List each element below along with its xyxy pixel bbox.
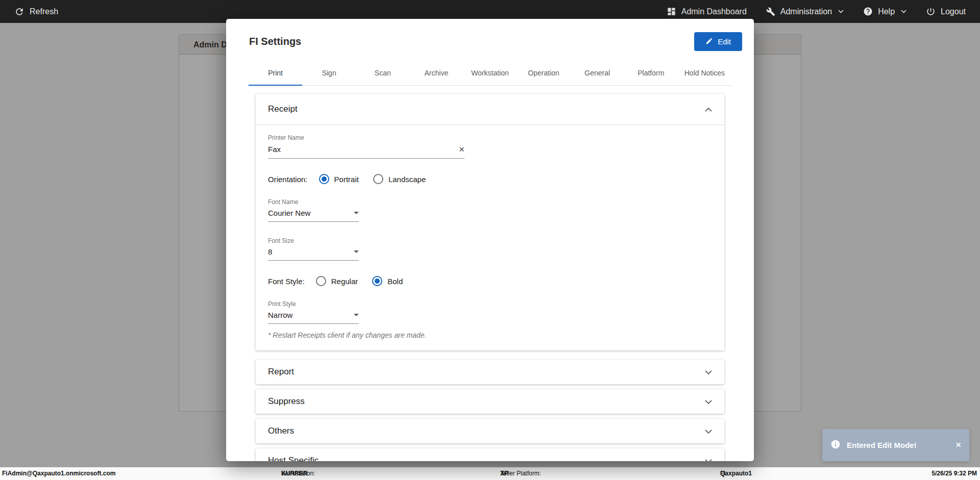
printer-name-group: Printer Name Fax ×: [268, 134, 712, 159]
topbar-left: Refresh: [14, 7, 58, 17]
tab-archive[interactable]: Archive: [409, 61, 463, 85]
administration-label: Administration: [780, 7, 832, 16]
radio-unselected-icon[interactable]: [373, 174, 383, 184]
tab-hold-notices[interactable]: Hold Notices: [678, 61, 731, 85]
host-specific-section: Host Specific: [256, 448, 724, 461]
font-style-regular-label: Regular: [331, 277, 358, 286]
help-label: Help: [878, 7, 895, 16]
receipt-restart-note: * Restart Receipts client if any changes…: [268, 331, 712, 339]
edit-button-label: Edit: [718, 37, 731, 46]
settings-tab-content: Receipt Printer Name Fax × Orientation:: [226, 86, 754, 461]
print-style-select[interactable]: Narrow: [268, 311, 359, 324]
radio-selected-icon[interactable]: [372, 276, 382, 286]
radio-selected-icon[interactable]: [319, 174, 329, 184]
orientation-landscape-option[interactable]: Landscape: [373, 174, 426, 184]
tab-platform[interactable]: Platform: [624, 61, 678, 85]
dropdown-caret-icon: [354, 250, 359, 253]
info-icon: [830, 439, 841, 451]
suppress-section-header[interactable]: Suppress: [256, 389, 724, 414]
help-icon: [863, 7, 873, 16]
suppress-section-title: Suppress: [268, 396, 305, 407]
printer-name-field[interactable]: Fax ×: [268, 144, 464, 159]
dialog-header: FI Settings Edit: [226, 19, 754, 61]
others-section-title: Others: [268, 426, 294, 436]
print-style-value: Narrow: [268, 311, 292, 319]
font-style-regular-option[interactable]: Regular: [316, 276, 358, 286]
font-size-select[interactable]: 8: [268, 247, 359, 261]
font-style-label: Font Style:: [268, 277, 305, 286]
edit-button[interactable]: Edit: [694, 32, 742, 51]
font-size-group: Font Size 8: [268, 237, 712, 261]
admin-dashboard-button[interactable]: Admin Dashboard: [667, 7, 747, 16]
chevron-down-icon: [705, 456, 712, 461]
refresh-button[interactable]: Refresh: [14, 7, 58, 17]
tab-operation[interactable]: Operation: [517, 61, 571, 85]
logout-label: Logout: [941, 7, 966, 16]
printer-name-label: Printer Name: [268, 134, 712, 141]
statusbar-datetime: 5/26/25 9:32 PM: [932, 467, 977, 480]
help-menu[interactable]: Help: [863, 7, 906, 16]
power-icon: [926, 7, 936, 16]
refresh-icon: [14, 7, 24, 17]
chevron-down-icon: [901, 10, 906, 13]
receipt-form: Printer Name Fax × Orientation: Portrait…: [256, 125, 724, 350]
orientation-landscape-label: Landscape: [388, 175, 426, 184]
settings-tab-bar: Print Sign Scan Archive Workstation Oper…: [249, 61, 731, 86]
suppress-section: Suppress: [256, 389, 724, 414]
print-style-label: Print Style: [268, 300, 712, 308]
tab-sign[interactable]: Sign: [302, 61, 356, 85]
chevron-down-icon: [705, 396, 712, 407]
report-section-title: Report: [268, 367, 294, 377]
font-name-select[interactable]: Courier New: [268, 209, 359, 222]
dropdown-caret-icon: [354, 212, 359, 214]
chevron-down-icon: [705, 426, 712, 436]
toast-message: Entered Edit Mode!: [847, 441, 949, 449]
orientation-portrait-option[interactable]: Portrait: [319, 174, 359, 184]
receipt-section: Receipt Printer Name Fax × Orientation:: [256, 94, 724, 350]
tab-scan[interactable]: Scan: [356, 61, 409, 85]
report-section-header[interactable]: Report: [256, 360, 724, 384]
admin-dashboard-label: Admin Dashboard: [681, 7, 747, 16]
chevron-down-icon: [705, 367, 712, 377]
print-style-group: Print Style Narrow: [268, 300, 712, 324]
others-section-header[interactable]: Others: [256, 419, 724, 443]
orientation-group: Orientation: Portrait Landscape: [268, 174, 712, 184]
logout-button[interactable]: Logout: [926, 7, 966, 16]
receipt-section-header[interactable]: Receipt: [256, 94, 724, 125]
host-specific-section-header[interactable]: Host Specific: [256, 448, 724, 461]
refresh-label: Refresh: [30, 7, 58, 16]
font-size-label: Font Size: [268, 237, 712, 244]
pencil-icon: [705, 37, 713, 46]
tab-general[interactable]: General: [571, 61, 624, 85]
chevron-down-icon: [838, 10, 844, 13]
dialog-title: FI Settings: [249, 36, 301, 47]
others-section: Others: [256, 419, 724, 443]
toast-close-icon[interactable]: ×: [955, 440, 961, 450]
tab-workstation[interactable]: Workstation: [463, 61, 517, 85]
font-size-value: 8: [268, 247, 272, 256]
topbar-right: Admin Dashboard Administration Help L: [667, 7, 966, 16]
font-style-bold-option[interactable]: Bold: [372, 276, 403, 286]
edit-mode-toast: Entered Edit Mode! ×: [822, 429, 969, 461]
radio-unselected-icon[interactable]: [316, 276, 326, 286]
clear-icon[interactable]: ×: [459, 144, 464, 154]
statusbar: FiAdmin@Qaxpauto1.onmicrosoft.com Workst…: [0, 467, 980, 480]
chevron-up-icon: [705, 104, 712, 114]
orientation-portrait-label: Portrait: [334, 175, 359, 184]
font-name-group: Font Name Courier New: [268, 198, 712, 222]
font-name-value: Courier New: [268, 209, 310, 217]
host-specific-section-title: Host Specific: [268, 456, 318, 461]
font-name-label: Font Name: [268, 198, 712, 206]
administration-menu[interactable]: Administration: [766, 7, 844, 16]
orientation-label: Orientation:: [268, 175, 308, 184]
tab-print[interactable]: Print: [249, 61, 302, 85]
font-style-bold-label: Bold: [387, 277, 403, 286]
wrench-icon: [766, 7, 775, 16]
printer-name-value: Fax: [268, 145, 281, 154]
font-style-group: Font Style: Regular Bold: [268, 276, 712, 286]
fi-settings-dialog: FI Settings Edit Print Sign Scan Archive…: [226, 19, 754, 461]
fi-value: Qaxpauto1: [720, 467, 752, 480]
dropdown-caret-icon: [354, 314, 359, 316]
teller-platform-value: XP: [500, 467, 508, 480]
receipt-section-title: Receipt: [268, 104, 298, 114]
